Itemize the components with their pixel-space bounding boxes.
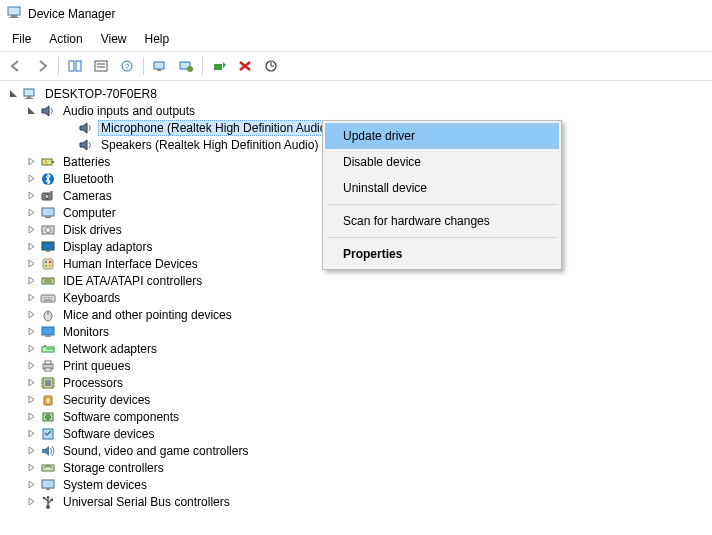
tree-category-label: Computer (60, 206, 119, 220)
context-menu-item[interactable]: Properties (325, 241, 559, 267)
softcomp-icon (40, 409, 56, 425)
view-mode-button[interactable] (174, 55, 198, 77)
context-menu-item[interactable]: Update driver (325, 123, 559, 149)
tree-category-label: Cameras (60, 189, 115, 203)
show-hide-console-button[interactable] (63, 55, 87, 77)
properties-button[interactable] (89, 55, 113, 77)
tree-category[interactable]: Keyboards (6, 289, 712, 306)
svg-rect-10 (154, 62, 164, 69)
svg-rect-2 (9, 17, 19, 18)
context-menu: Update driverDisable deviceUninstall dev… (322, 120, 562, 270)
tree-category[interactable]: Universal Serial Bus controllers (6, 493, 712, 510)
bluetooth-icon (40, 171, 56, 187)
tree-category[interactable]: Monitors (6, 323, 712, 340)
tree-category-label: Processors (60, 376, 126, 390)
scan-button[interactable] (148, 55, 172, 77)
context-menu-item[interactable]: Disable device (325, 149, 559, 175)
expander-icon[interactable] (24, 359, 38, 373)
expander-icon[interactable] (24, 342, 38, 356)
tree-category[interactable]: Processors (6, 374, 712, 391)
expander-icon[interactable] (24, 206, 38, 220)
svg-rect-4 (76, 61, 81, 71)
expander-icon[interactable] (24, 444, 38, 458)
hid-icon (40, 256, 56, 272)
update-driver-button[interactable] (207, 55, 231, 77)
expander-icon[interactable] (24, 189, 38, 203)
tree-category-label: Display adaptors (60, 240, 155, 254)
usb-icon (40, 494, 56, 510)
toolbar-separator (58, 57, 59, 75)
tree-category[interactable]: System devices (6, 476, 712, 493)
svg-rect-0 (8, 7, 20, 15)
tree-category[interactable]: Software devices (6, 425, 712, 442)
expander-icon[interactable] (6, 87, 20, 101)
tree-category-label: Keyboards (60, 291, 123, 305)
tree-category-label: Software devices (60, 427, 157, 441)
network-icon (40, 341, 56, 357)
tree-category-label: Human Interface Devices (60, 257, 201, 271)
tree-category[interactable]: Print queues (6, 357, 712, 374)
tree-category-label: Universal Serial Bus controllers (60, 495, 233, 509)
menu-help[interactable]: Help (137, 29, 178, 49)
context-menu-separator (327, 204, 557, 205)
back-button[interactable] (4, 55, 28, 77)
speaker-icon (40, 103, 56, 119)
system-icon (40, 477, 56, 493)
expander-icon[interactable] (24, 410, 38, 424)
expander-icon[interactable] (24, 461, 38, 475)
tree-category-label: Software components (60, 410, 182, 424)
context-menu-item[interactable]: Scan for hardware changes (325, 208, 559, 234)
menu-file[interactable]: File (4, 29, 39, 49)
context-menu-item[interactable]: Uninstall device (325, 175, 559, 201)
svg-rect-3 (69, 61, 74, 71)
tree-device-label: Microphone (Realtek High Definition Audi… (98, 120, 333, 136)
tree-category[interactable]: Storage controllers (6, 459, 712, 476)
tree-root[interactable]: DESKTOP-70F0ER8 (6, 85, 712, 102)
scan-hardware-button[interactable] (259, 55, 283, 77)
expander-icon[interactable] (24, 376, 38, 390)
forward-button[interactable] (30, 55, 54, 77)
expander-icon[interactable] (24, 393, 38, 407)
menu-action[interactable]: Action (41, 29, 90, 49)
tree-category[interactable]: IDE ATA/ATAPI controllers (6, 272, 712, 289)
tree-category[interactable]: Security devices (6, 391, 712, 408)
expander-icon[interactable] (24, 172, 38, 186)
tree-category[interactable]: Software components (6, 408, 712, 425)
expander-icon[interactable] (24, 478, 38, 492)
computer-icon (40, 205, 56, 221)
expander-icon[interactable] (24, 223, 38, 237)
tree-category-label: Storage controllers (60, 461, 167, 475)
uninstall-button[interactable] (233, 55, 257, 77)
battery-icon (40, 154, 56, 170)
expander-icon[interactable] (24, 495, 38, 509)
svg-text:?: ? (125, 62, 130, 71)
tree-category-label: IDE ATA/ATAPI controllers (60, 274, 205, 288)
tree-category-audio[interactable]: Audio inputs and outputs (6, 102, 712, 119)
expander-icon[interactable] (24, 240, 38, 254)
toolbar-separator (143, 57, 144, 75)
tree-category-label: Security devices (60, 393, 153, 407)
context-menu-separator (327, 237, 557, 238)
expander-icon[interactable] (24, 104, 38, 118)
expander-icon[interactable] (24, 257, 38, 271)
monitor-icon (40, 324, 56, 340)
tree-category[interactable]: Network adapters (6, 340, 712, 357)
ide-icon (40, 273, 56, 289)
expander-icon[interactable] (24, 274, 38, 288)
expander-icon[interactable] (24, 308, 38, 322)
menu-view[interactable]: View (93, 29, 135, 49)
security-icon (40, 392, 56, 408)
softdev-icon (40, 426, 56, 442)
expander-icon[interactable] (24, 155, 38, 169)
sound-icon (40, 443, 56, 459)
expander-icon[interactable] (24, 291, 38, 305)
tree-category-label: Monitors (60, 325, 112, 339)
tree-category[interactable]: Mice and other pointing devices (6, 306, 712, 323)
help-button[interactable]: ? (115, 55, 139, 77)
speaker-icon (78, 120, 94, 136)
expander-icon[interactable] (24, 427, 38, 441)
keyboard-icon (40, 290, 56, 306)
tree-category-label: Mice and other pointing devices (60, 308, 235, 322)
expander-icon[interactable] (24, 325, 38, 339)
tree-category[interactable]: Sound, video and game controllers (6, 442, 712, 459)
